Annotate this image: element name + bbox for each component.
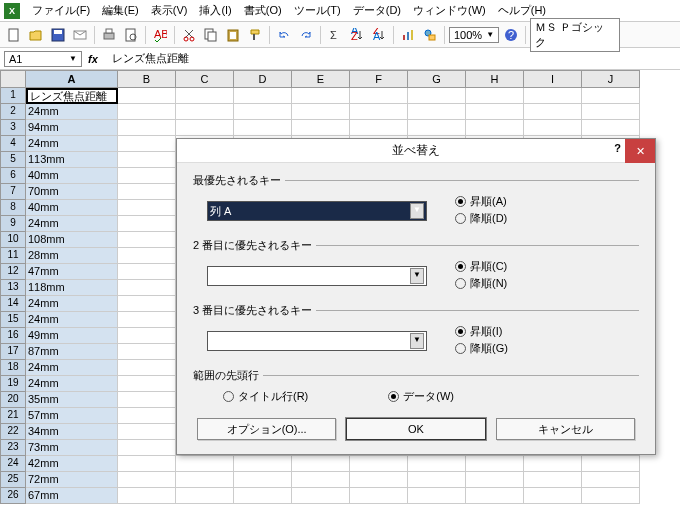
menu-format[interactable]: 書式(O) (238, 1, 288, 20)
key2-combo[interactable]: ▼ (207, 266, 427, 286)
cell[interactable] (466, 104, 524, 120)
cell[interactable]: 24mm (26, 136, 118, 152)
cell[interactable] (292, 456, 350, 472)
key1-combo[interactable]: 列 A ▼ (207, 201, 427, 221)
cell[interactable] (118, 376, 176, 392)
row-header[interactable]: 10 (0, 232, 26, 248)
row-header[interactable]: 26 (0, 488, 26, 504)
preview-icon[interactable] (121, 25, 141, 45)
cell[interactable] (408, 472, 466, 488)
cell[interactable] (234, 456, 292, 472)
key1-asc-radio[interactable]: 昇順(A) (455, 194, 507, 209)
row-header[interactable]: 8 (0, 200, 26, 216)
column-header-I[interactable]: I (524, 70, 582, 88)
row-header[interactable]: 3 (0, 120, 26, 136)
menu-data[interactable]: データ(D) (347, 1, 407, 20)
formula-bar[interactable]: fx レンズ焦点距離 (82, 50, 676, 67)
open-icon[interactable] (26, 25, 46, 45)
cell[interactable] (466, 472, 524, 488)
cell[interactable]: 34mm (26, 424, 118, 440)
cell[interactable] (524, 488, 582, 504)
menu-insert[interactable]: 挿入(I) (193, 1, 237, 20)
cell[interactable]: 57mm (26, 408, 118, 424)
menu-window[interactable]: ウィンドウ(W) (407, 1, 492, 20)
cell[interactable] (524, 472, 582, 488)
dialog-close-button[interactable]: ✕ (625, 139, 655, 163)
cell[interactable] (466, 456, 524, 472)
row-header[interactable]: 1 (0, 88, 26, 104)
copy-icon[interactable] (201, 25, 221, 45)
mail-icon[interactable] (70, 25, 90, 45)
key3-combo[interactable]: ▼ (207, 331, 427, 351)
cell[interactable]: 24mm (26, 104, 118, 120)
row-header[interactable]: 25 (0, 472, 26, 488)
cell[interactable]: 40mm (26, 168, 118, 184)
fx-icon[interactable]: fx (88, 53, 98, 65)
cell[interactable] (524, 104, 582, 120)
cell[interactable]: 24mm (26, 376, 118, 392)
cell[interactable] (524, 88, 582, 104)
cell[interactable] (118, 392, 176, 408)
cell[interactable] (118, 120, 176, 136)
new-icon[interactable] (4, 25, 24, 45)
row-header[interactable]: 4 (0, 136, 26, 152)
row-header[interactable]: 9 (0, 216, 26, 232)
column-header-C[interactable]: C (176, 70, 234, 88)
cell[interactable] (466, 120, 524, 136)
key1-desc-radio[interactable]: 降順(D) (455, 211, 507, 226)
ok-button[interactable]: OK (346, 418, 485, 440)
row-header[interactable]: 22 (0, 424, 26, 440)
cell[interactable] (118, 456, 176, 472)
row-header[interactable]: 11 (0, 248, 26, 264)
row-header[interactable]: 16 (0, 328, 26, 344)
cut-icon[interactable] (179, 25, 199, 45)
cell[interactable] (466, 88, 524, 104)
cell[interactable] (118, 184, 176, 200)
cell[interactable] (350, 472, 408, 488)
cell[interactable] (176, 88, 234, 104)
cell[interactable] (408, 456, 466, 472)
dialog-help-button[interactable]: ? (614, 142, 621, 154)
row-header[interactable]: 19 (0, 376, 26, 392)
cell[interactable] (118, 264, 176, 280)
cell[interactable] (118, 168, 176, 184)
cell[interactable]: 28mm (26, 248, 118, 264)
row-header[interactable]: 21 (0, 408, 26, 424)
cell[interactable] (350, 488, 408, 504)
row-header[interactable]: 23 (0, 440, 26, 456)
cell[interactable] (118, 344, 176, 360)
column-header-B[interactable]: B (118, 70, 176, 88)
cell[interactable] (350, 456, 408, 472)
cell[interactable]: 40mm (26, 200, 118, 216)
cell[interactable] (118, 248, 176, 264)
cell[interactable]: 35mm (26, 392, 118, 408)
cell[interactable] (466, 488, 524, 504)
cell[interactable] (176, 488, 234, 504)
cell[interactable] (118, 136, 176, 152)
cell[interactable] (408, 88, 466, 104)
cell[interactable] (118, 200, 176, 216)
cell[interactable]: 73mm (26, 440, 118, 456)
redo-icon[interactable] (296, 25, 316, 45)
cell[interactable] (176, 120, 234, 136)
cell[interactable] (118, 152, 176, 168)
cell[interactable]: レンズ焦点距離 (26, 88, 118, 104)
cell[interactable] (524, 120, 582, 136)
cell[interactable] (118, 472, 176, 488)
cell[interactable]: 24mm (26, 360, 118, 376)
cell[interactable] (118, 104, 176, 120)
cell[interactable]: 87mm (26, 344, 118, 360)
cell[interactable]: 42mm (26, 456, 118, 472)
key2-asc-radio[interactable]: 昇順(C) (455, 259, 507, 274)
cell[interactable] (234, 488, 292, 504)
chart-icon[interactable] (398, 25, 418, 45)
cell[interactable] (234, 88, 292, 104)
key3-desc-radio[interactable]: 降順(G) (455, 341, 508, 356)
column-header-E[interactable]: E (292, 70, 350, 88)
cell[interactable] (118, 232, 176, 248)
cell[interactable] (118, 488, 176, 504)
column-header-A[interactable]: A (26, 70, 118, 88)
chevron-down-icon[interactable]: ▼ (410, 203, 424, 219)
chevron-down-icon[interactable]: ▼ (410, 333, 424, 349)
menu-view[interactable]: 表示(V) (145, 1, 194, 20)
